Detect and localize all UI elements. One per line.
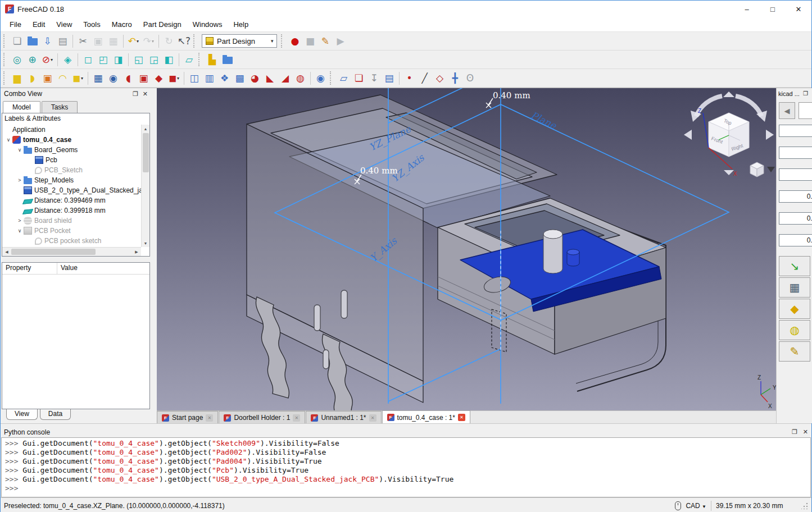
copy-button[interactable]: ▣ — [90, 34, 106, 49]
subtractive-pipe-button[interactable]: ◆ — [151, 71, 166, 86]
multitransform-button[interactable]: ▩ — [232, 71, 247, 86]
groove-button[interactable]: ◖ — [121, 71, 136, 86]
bottom-view-button[interactable]: ◲ — [146, 52, 161, 67]
chevron-down-icon[interactable]: ▾ — [177, 76, 179, 81]
document-tab-start-page[interactable]: FStart page✕ — [157, 411, 218, 424]
chevron-down-icon[interactable]: ▾ — [81, 76, 83, 81]
toolbar-drag-handle[interactable] — [198, 53, 202, 66]
collapse-arrow-icon[interactable]: ∨ — [16, 228, 24, 234]
menu-part-design[interactable]: Part Design — [138, 19, 187, 30]
draft-button[interactable]: ◢ — [278, 71, 293, 86]
top-view-button[interactable]: ◰ — [96, 52, 111, 67]
new-file-button[interactable]: ❏ — [10, 34, 25, 49]
macro-stop-button[interactable]: ■ — [302, 34, 317, 49]
tree-item-distance-0-399918-mm[interactable]: Distance: 0.399918 mm — [2, 205, 141, 216]
dock-splitter[interactable] — [151, 88, 157, 423]
cut-button[interactable]: ✂ — [75, 34, 90, 49]
create-sketch-button[interactable]: ▱ — [336, 71, 351, 86]
document-tab-unnamed1-1[interactable]: FUnnamed1 : 1*✕ — [306, 411, 381, 424]
shape-binder-clone-sheep-button[interactable]: ʘ — [462, 71, 478, 86]
scrollbar-thumb[interactable] — [11, 249, 96, 255]
polar-pattern-button[interactable]: ❖ — [217, 71, 232, 86]
datum-plane-button[interactable]: ◇ — [432, 71, 447, 86]
thickness-button[interactable]: ◍ — [293, 71, 308, 86]
linear-pattern-button[interactable]: ▥ — [202, 71, 217, 86]
scrollbar-thumb[interactable] — [143, 133, 149, 172]
float-panel-icon[interactable]: ❐ — [133, 90, 138, 98]
resize-grip[interactable] — [801, 502, 808, 509]
maximize-button[interactable]: □ — [760, 1, 786, 17]
subtractive-primitive-button[interactable]: ◼▾ — [166, 71, 182, 86]
menu-windows[interactable]: Windows — [187, 19, 228, 30]
navigation-style-selector[interactable]: CAD ▼ — [686, 502, 706, 510]
view-sketch-button[interactable]: ▤ — [382, 71, 397, 86]
tree-item-usb-2-0-type-a-dual-stacked-jac[interactable]: USB_2_0_type_A_Dual_Stacked_jac — [2, 185, 141, 195]
chevron-down-icon[interactable]: ▾ — [51, 57, 53, 62]
macro-run-button[interactable]: ▶ — [333, 34, 348, 49]
tab-view[interactable]: View — [6, 409, 38, 420]
toolbar-drag-handle[interactable] — [3, 34, 7, 48]
kicad-export-db-button[interactable]: ◍ — [779, 320, 810, 340]
tree-item-pcb-pocket-sketch[interactable]: PCB pocket sketch — [2, 236, 141, 246]
create-body-button[interactable]: ▙ — [205, 52, 220, 67]
pocket-button[interactable]: ▦ — [90, 71, 106, 86]
refresh-button[interactable]: ↻ — [161, 34, 176, 49]
fillet-button[interactable]: ◕ — [247, 71, 262, 86]
tab-model[interactable]: Model — [3, 101, 40, 113]
tree-item-tomu-0-4-case[interactable]: ∨tomu_0.4_case — [2, 135, 141, 145]
kicad-field-6[interactable]: 0.10 — [779, 234, 812, 246]
kicad-field-4[interactable]: 0.10 — [779, 190, 812, 203]
minimize-button[interactable]: – — [734, 1, 760, 17]
measure-distance-button[interactable]: ▱ — [182, 52, 197, 67]
tree-item-board-shield[interactable]: >Board shield — [2, 216, 141, 226]
kicad-load-footprint-button[interactable]: ↘ — [779, 256, 810, 276]
float-panel-icon[interactable]: ❐ — [792, 428, 797, 436]
mirrored-button[interactable]: ◫ — [187, 71, 202, 86]
tree-item-pcb[interactable]: Pcb — [2, 155, 141, 165]
close-tab-icon[interactable]: ✕ — [369, 414, 376, 422]
scroll-down-icon[interactable]: ▼ — [142, 239, 149, 247]
close-tab-icon[interactable]: ✕ — [458, 414, 465, 421]
map-sketch-button[interactable]: ❏ — [351, 71, 366, 86]
tree-item-board-geoms[interactable]: ∨Board_Geoms — [2, 145, 141, 155]
close-panel-icon[interactable]: ✕ — [143, 90, 148, 98]
close-tab-icon[interactable]: ✕ — [293, 414, 300, 422]
menu-macro[interactable]: Macro — [106, 19, 138, 30]
tree-horizontal-scrollbar[interactable]: ◀ ▶ — [2, 247, 141, 256]
toolbar-drag-handle[interactable] — [3, 53, 7, 66]
front-view-button[interactable]: ◻ — [80, 52, 96, 67]
scroll-up-icon[interactable]: ▲ — [142, 125, 149, 132]
hole-button[interactable]: ◉ — [106, 71, 121, 86]
toolbar-drag-handle[interactable] — [3, 71, 7, 85]
python-console-input[interactable]: >>> Gui.getDocument("tomu_0_4_case").get… — [1, 437, 811, 497]
tree-item-application[interactable]: Application — [2, 125, 141, 135]
kicad-field-1[interactable]: 90 — [779, 125, 812, 137]
title-bar[interactable]: F FreeCAD 0.18 – □ ✕ — [1, 1, 811, 17]
kicad-load-board-button[interactable]: ◆ — [779, 299, 810, 319]
datum-line-button[interactable]: ╱ — [417, 71, 432, 86]
additive-primitive-button[interactable]: ◼▾ — [70, 71, 85, 86]
toolbar-drag-handle[interactable] — [281, 34, 284, 48]
close-panel-icon[interactable]: ✕ — [803, 428, 808, 436]
kicad-field-2[interactable]: 90 — [779, 147, 812, 159]
kicad-prev-button[interactable]: ◀ — [779, 102, 795, 119]
save-button[interactable]: ⇩ — [40, 34, 55, 49]
menu-tools[interactable]: Tools — [78, 19, 106, 30]
axonometric-view-button[interactable]: ◈ — [60, 52, 75, 67]
menu-view[interactable]: View — [51, 19, 78, 30]
toolbar-drag-handle[interactable] — [330, 71, 333, 85]
expand-arrow-icon[interactable]: > — [16, 218, 24, 223]
kicad-field-3[interactable]: 90 — [779, 168, 812, 181]
chevron-down-icon[interactable]: ▾ — [152, 39, 154, 44]
document-tab-tomu-0-4-case-1[interactable]: Ftomu_0.4_case : 1*✕ — [382, 410, 470, 424]
additive-pipe-button[interactable]: ◠ — [55, 71, 70, 86]
scroll-right-icon[interactable]: ▶ — [132, 248, 141, 256]
workbench-selector[interactable]: Part Design▾ — [202, 34, 277, 48]
tree-item-step-models[interactable]: >Step_Models — [2, 175, 141, 185]
whats-this-button[interactable]: ↖? — [176, 34, 192, 49]
menu-help[interactable]: Help — [228, 19, 254, 30]
datum-point-button[interactable]: • — [402, 71, 417, 86]
draw-style-button[interactable]: ⊘▾ — [40, 52, 55, 67]
3d-viewport[interactable]: YZ_Plane YZ_Axis Y_Axis Plane 0.40 mm 0.… — [157, 88, 776, 410]
collapse-arrow-icon[interactable]: ∨ — [16, 147, 24, 153]
